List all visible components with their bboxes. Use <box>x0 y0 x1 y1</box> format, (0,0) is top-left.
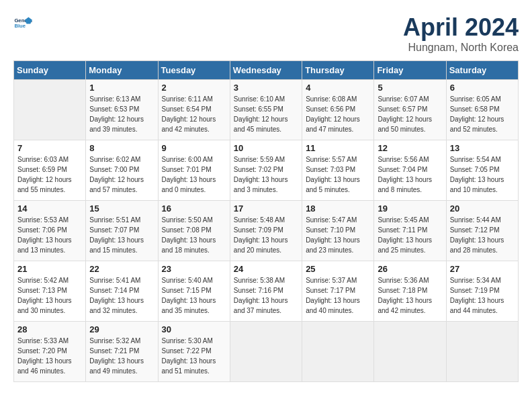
title-area: April 2024 Hungnam, North Korea <box>403 13 519 54</box>
day-number: 17 <box>234 203 298 214</box>
header-row: SundayMondayTuesdayWednesdayThursdayFrid… <box>14 61 519 80</box>
day-info: Sunrise: 5:37 AM Sunset: 7:17 PM Dayligh… <box>306 275 370 316</box>
day-info: Sunrise: 6:02 AM Sunset: 7:00 PM Dayligh… <box>89 154 154 195</box>
day-info: Sunrise: 6:08 AM Sunset: 6:56 PM Dayligh… <box>306 94 370 134</box>
calendar-cell: 14Sunrise: 5:53 AM Sunset: 7:06 PM Dayli… <box>14 201 86 261</box>
calendar-cell <box>302 322 374 382</box>
day-number: 23 <box>162 264 226 274</box>
calendar-week-row: 21Sunrise: 5:42 AM Sunset: 7:13 PM Dayli… <box>14 261 519 322</box>
calendar-cell: 10Sunrise: 5:59 AM Sunset: 7:02 PM Dayli… <box>230 140 302 201</box>
calendar-cell <box>446 322 518 382</box>
day-number: 1 <box>89 83 154 93</box>
calendar-cell: 1Sunrise: 6:13 AM Sunset: 6:53 PM Daylig… <box>86 80 158 140</box>
calendar-cell: 4Sunrise: 6:08 AM Sunset: 6:56 PM Daylig… <box>302 80 374 140</box>
calendar-table: SundayMondayTuesdayWednesdayThursdayFrid… <box>13 60 519 382</box>
logo: General Blue <box>13 13 32 32</box>
calendar-week-row: 7Sunrise: 6:03 AM Sunset: 6:59 PM Daylig… <box>14 140 519 201</box>
day-header: Saturday <box>446 61 518 80</box>
day-info: Sunrise: 5:48 AM Sunset: 7:09 PM Dayligh… <box>234 215 298 255</box>
calendar-cell: 5Sunrise: 6:07 AM Sunset: 6:57 PM Daylig… <box>374 80 446 140</box>
day-info: Sunrise: 5:44 AM Sunset: 7:12 PM Dayligh… <box>450 215 515 255</box>
calendar-cell: 9Sunrise: 6:00 AM Sunset: 7:01 PM Daylig… <box>158 140 230 201</box>
day-number: 11 <box>306 143 370 153</box>
day-info: Sunrise: 5:34 AM Sunset: 7:19 PM Dayligh… <box>450 275 515 316</box>
day-number: 6 <box>450 83 515 93</box>
calendar-cell: 18Sunrise: 5:47 AM Sunset: 7:10 PM Dayli… <box>302 201 374 261</box>
svg-text:Blue: Blue <box>14 23 26 29</box>
day-number: 15 <box>89 203 154 214</box>
logo-icon: General Blue <box>13 13 32 32</box>
day-number: 26 <box>378 264 442 274</box>
day-info: Sunrise: 5:56 AM Sunset: 7:04 PM Dayligh… <box>378 154 442 195</box>
day-info: Sunrise: 5:47 AM Sunset: 7:10 PM Dayligh… <box>306 215 370 255</box>
day-info: Sunrise: 5:42 AM Sunset: 7:13 PM Dayligh… <box>17 275 82 316</box>
day-number: 3 <box>234 83 298 93</box>
day-number: 5 <box>378 83 442 93</box>
calendar-cell <box>374 322 446 382</box>
calendar-cell: 27Sunrise: 5:34 AM Sunset: 7:19 PM Dayli… <box>446 261 518 322</box>
calendar-cell: 22Sunrise: 5:41 AM Sunset: 7:14 PM Dayli… <box>86 261 158 322</box>
calendar-cell: 19Sunrise: 5:45 AM Sunset: 7:11 PM Dayli… <box>374 201 446 261</box>
calendar-cell <box>230 322 302 382</box>
day-number: 4 <box>306 83 370 93</box>
calendar-cell: 25Sunrise: 5:37 AM Sunset: 7:17 PM Dayli… <box>302 261 374 322</box>
location-title: Hungnam, North Korea <box>403 42 519 54</box>
day-info: Sunrise: 5:53 AM Sunset: 7:06 PM Dayligh… <box>17 215 82 255</box>
calendar-cell: 3Sunrise: 6:10 AM Sunset: 6:55 PM Daylig… <box>230 80 302 140</box>
day-number: 29 <box>89 324 154 334</box>
day-number: 20 <box>450 203 515 214</box>
calendar-cell: 15Sunrise: 5:51 AM Sunset: 7:07 PM Dayli… <box>86 201 158 261</box>
day-number: 30 <box>162 324 226 334</box>
day-info: Sunrise: 5:40 AM Sunset: 7:15 PM Dayligh… <box>162 275 226 316</box>
day-info: Sunrise: 6:10 AM Sunset: 6:55 PM Dayligh… <box>234 94 298 134</box>
day-info: Sunrise: 6:13 AM Sunset: 6:53 PM Dayligh… <box>89 94 154 134</box>
calendar-cell: 20Sunrise: 5:44 AM Sunset: 7:12 PM Dayli… <box>446 201 518 261</box>
calendar-cell: 21Sunrise: 5:42 AM Sunset: 7:13 PM Dayli… <box>14 261 86 322</box>
day-info: Sunrise: 5:59 AM Sunset: 7:02 PM Dayligh… <box>234 154 298 195</box>
day-number: 16 <box>162 203 226 214</box>
calendar-cell: 16Sunrise: 5:50 AM Sunset: 7:08 PM Dayli… <box>158 201 230 261</box>
calendar-cell: 30Sunrise: 5:30 AM Sunset: 7:22 PM Dayli… <box>158 322 230 382</box>
calendar-cell: 29Sunrise: 5:32 AM Sunset: 7:21 PM Dayli… <box>86 322 158 382</box>
calendar-week-row: 14Sunrise: 5:53 AM Sunset: 7:06 PM Dayli… <box>14 201 519 261</box>
day-number: 13 <box>450 143 515 153</box>
day-number: 22 <box>89 264 154 274</box>
day-info: Sunrise: 6:03 AM Sunset: 6:59 PM Dayligh… <box>17 154 82 195</box>
calendar-cell: 8Sunrise: 6:02 AM Sunset: 7:00 PM Daylig… <box>86 140 158 201</box>
day-number: 28 <box>17 324 82 334</box>
day-info: Sunrise: 5:30 AM Sunset: 7:22 PM Dayligh… <box>162 336 226 376</box>
calendar-cell: 26Sunrise: 5:36 AM Sunset: 7:18 PM Dayli… <box>374 261 446 322</box>
day-info: Sunrise: 5:54 AM Sunset: 7:05 PM Dayligh… <box>450 154 515 195</box>
day-number: 27 <box>450 264 515 274</box>
day-info: Sunrise: 5:50 AM Sunset: 7:08 PM Dayligh… <box>162 215 226 255</box>
day-info: Sunrise: 6:05 AM Sunset: 6:58 PM Dayligh… <box>450 94 515 134</box>
day-number: 9 <box>162 143 226 153</box>
day-info: Sunrise: 5:33 AM Sunset: 7:20 PM Dayligh… <box>17 336 82 376</box>
day-number: 18 <box>306 203 370 214</box>
day-number: 2 <box>162 83 226 93</box>
day-info: Sunrise: 5:45 AM Sunset: 7:11 PM Dayligh… <box>378 215 442 255</box>
day-info: Sunrise: 6:07 AM Sunset: 6:57 PM Dayligh… <box>378 94 442 134</box>
day-header: Friday <box>374 61 446 80</box>
calendar-cell: 13Sunrise: 5:54 AM Sunset: 7:05 PM Dayli… <box>446 140 518 201</box>
day-number: 14 <box>17 203 82 214</box>
day-info: Sunrise: 5:51 AM Sunset: 7:07 PM Dayligh… <box>89 215 154 255</box>
day-header: Sunday <box>14 61 86 80</box>
day-number: 8 <box>89 143 154 153</box>
calendar-week-row: 28Sunrise: 5:33 AM Sunset: 7:20 PM Dayli… <box>14 322 519 382</box>
month-title: April 2024 <box>403 13 519 42</box>
calendar-cell: 2Sunrise: 6:11 AM Sunset: 6:54 PM Daylig… <box>158 80 230 140</box>
day-number: 24 <box>234 264 298 274</box>
day-header: Wednesday <box>230 61 302 80</box>
calendar-cell: 17Sunrise: 5:48 AM Sunset: 7:09 PM Dayli… <box>230 201 302 261</box>
day-number: 25 <box>306 264 370 274</box>
calendar-cell: 12Sunrise: 5:56 AM Sunset: 7:04 PM Dayli… <box>374 140 446 201</box>
day-header: Monday <box>86 61 158 80</box>
day-header: Thursday <box>302 61 374 80</box>
day-number: 7 <box>17 143 82 153</box>
calendar-cell: 6Sunrise: 6:05 AM Sunset: 6:58 PM Daylig… <box>446 80 518 140</box>
calendar-cell <box>14 80 86 140</box>
calendar-cell: 28Sunrise: 5:33 AM Sunset: 7:20 PM Dayli… <box>14 322 86 382</box>
day-info: Sunrise: 5:57 AM Sunset: 7:03 PM Dayligh… <box>306 154 370 195</box>
day-info: Sunrise: 6:11 AM Sunset: 6:54 PM Dayligh… <box>162 94 226 134</box>
